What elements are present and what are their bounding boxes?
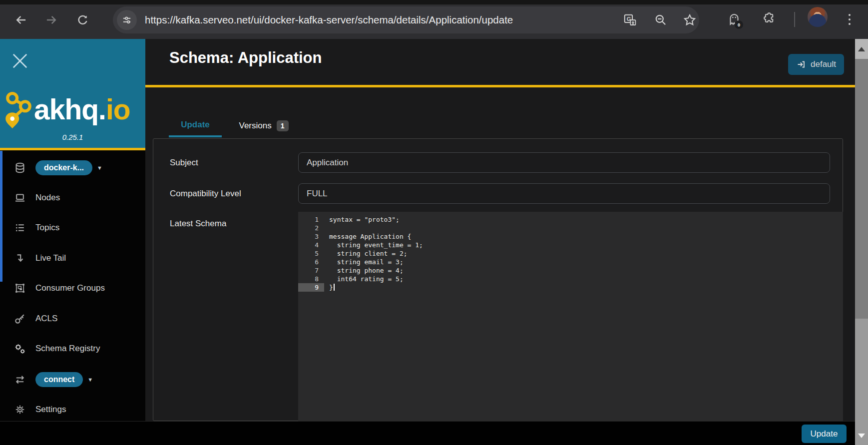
latest-schema-label: Latest Schema — [170, 219, 226, 229]
sidebar-item-schema-registry[interactable]: Schema Registry — [0, 334, 145, 364]
profile-avatar[interactable] — [808, 7, 828, 27]
reload-icon — [76, 14, 89, 26]
toolbar-divider — [794, 12, 795, 27]
subject-label: Subject — [170, 158, 198, 168]
site-settings-button[interactable] — [117, 10, 137, 30]
schema-code-editor[interactable]: 1syntax = "proto3"; 2 3message Applicati… — [298, 212, 843, 421]
page-title: Schema: Application — [169, 49, 322, 67]
sidebar: akhq.io 0.25.1 docker-k... ▼ Nodes Topic… — [0, 39, 145, 421]
content-gold-divider — [145, 85, 855, 87]
code-line: 7 string phone = 4; — [298, 266, 843, 275]
star-icon — [683, 13, 697, 27]
browser-menu-button[interactable] — [846, 10, 854, 28]
akhq-logo: akhq.io — [3, 89, 145, 130]
up-triangle-icon — [858, 47, 865, 51]
forward-arrow-icon — [45, 13, 58, 26]
exchange-arrows-icon — [13, 373, 26, 386]
akhq-logo-text: akhq.io — [34, 95, 130, 124]
key-icon — [13, 312, 26, 325]
sidebar-item-nodes[interactable]: Nodes — [0, 183, 145, 213]
main-content: Schema: Application default Update Versi… — [145, 39, 855, 421]
browser-reload-button[interactable] — [74, 11, 91, 28]
translate-icon: G — [623, 13, 637, 27]
code-line: 8 int64 rating = 5; — [298, 275, 843, 283]
window-title-strip — [0, 0, 868, 4]
code-line: 5 string client = 2; — [298, 249, 843, 258]
gear-icon — [13, 403, 26, 416]
sidebar-item-acls[interactable]: ACLS — [0, 304, 145, 334]
extension-badge: 0 — [735, 20, 743, 29]
compatibility-level-input[interactable]: FULL — [298, 183, 830, 204]
puzzle-icon — [761, 11, 776, 26]
sidebar-item-connect[interactable]: connect ▼ — [0, 365, 145, 395]
close-sidebar-icon[interactable] — [11, 52, 29, 70]
object-group-icon — [13, 282, 26, 295]
browser-back-button[interactable] — [12, 11, 29, 28]
update-button[interactable]: Update — [802, 425, 847, 443]
browser-toolbar: https://kafka.serveo.net/ui/docker-kafka… — [0, 0, 868, 39]
subject-input[interactable]: Application — [298, 152, 830, 173]
down-triangle-icon — [858, 434, 865, 438]
sidebar-gold-divider — [0, 148, 145, 150]
code-line: 1syntax = "proto3"; — [298, 215, 843, 224]
tune-icon — [121, 14, 132, 25]
code-line: 4 string event_time = 1; — [298, 241, 843, 249]
sidebar-item-settings[interactable]: Settings — [0, 395, 145, 425]
scrollbar-thumb[interactable] — [855, 59, 868, 319]
code-line-active: 9} — [298, 283, 843, 292]
sidebar-item-consumer-groups[interactable]: Consumer Groups — [0, 273, 145, 303]
update-form-card: Subject Application Compatibility Level … — [153, 138, 843, 421]
scroll-up-button[interactable] — [855, 39, 868, 59]
default-button-label: default — [811, 59, 836, 69]
connect-selector-pill[interactable]: connect — [35, 372, 83, 387]
gears-icon — [13, 342, 26, 355]
list-icon — [13, 221, 26, 234]
akhq-logo-mark-icon — [3, 89, 34, 129]
database-icon — [13, 161, 26, 174]
app-version: 0.25.1 — [0, 133, 145, 141]
versions-count-badge: 1 — [277, 120, 289, 131]
code-line: 3message Application { — [298, 232, 843, 241]
chevron-down-icon[interactable]: ▼ — [87, 377, 93, 383]
level-down-arrow-icon — [13, 252, 26, 265]
translate-button[interactable]: G — [622, 13, 637, 27]
laptop-icon — [13, 191, 26, 204]
sidebar-header: akhq.io 0.25.1 — [0, 39, 145, 148]
sidebar-item-cluster[interactable]: docker-k... ▼ — [0, 153, 145, 183]
code-line: 6 string email = 3; — [298, 258, 843, 266]
sidebar-item-topics[interactable]: Topics — [0, 213, 145, 243]
extensions-button[interactable] — [761, 11, 776, 25]
sidebar-item-live-tail[interactable]: Live Tail — [0, 243, 145, 273]
magnifier-minus-icon — [654, 13, 667, 26]
sign-in-icon — [796, 59, 806, 69]
back-arrow-icon — [14, 13, 27, 26]
address-bar[interactable]: https://kafka.serveo.net/ui/docker-kafka… — [113, 6, 699, 33]
text-cursor — [334, 284, 335, 291]
tab-update[interactable]: Update — [169, 114, 222, 137]
default-cluster-button[interactable]: default — [788, 54, 844, 75]
code-line: 2 — [298, 224, 843, 232]
page-scrollbar[interactable] — [855, 39, 868, 445]
browser-forward-button[interactable] — [43, 11, 60, 28]
chevron-down-icon[interactable]: ▼ — [97, 165, 102, 171]
zoom-indicator-button[interactable] — [653, 13, 668, 27]
bottom-action-bar: Update — [0, 421, 855, 445]
cluster-selector-pill[interactable]: docker-k... — [35, 160, 92, 175]
tab-versions[interactable]: Versions 1 — [231, 114, 296, 137]
code-lines: 1syntax = "proto3"; 2 3message Applicati… — [298, 212, 843, 292]
url-text[interactable]: https://kafka.serveo.net/ui/docker-kafka… — [145, 6, 513, 33]
privacy-extension-button[interactable]: 0 — [727, 11, 742, 25]
bookmark-star-button[interactable] — [682, 13, 697, 27]
compatibility-level-label: Compatibility Level — [170, 189, 241, 199]
scroll-down-button[interactable] — [855, 428, 868, 443]
